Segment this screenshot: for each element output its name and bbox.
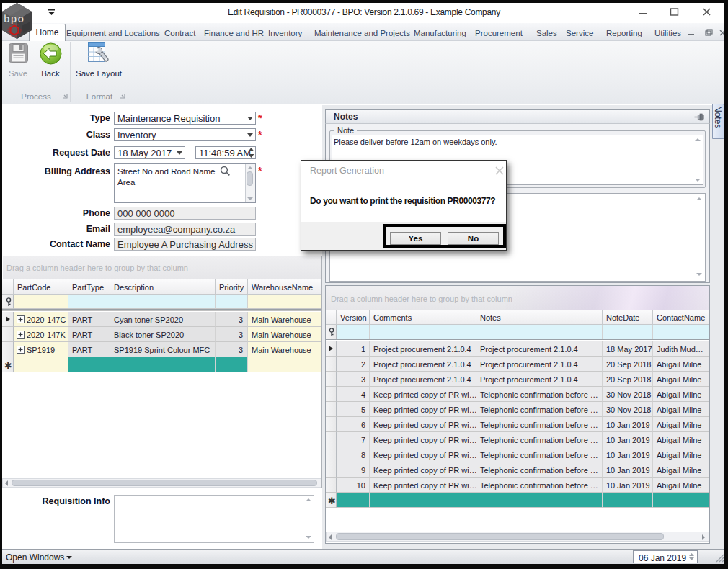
- svg-text:bpo: bpo: [4, 13, 25, 24]
